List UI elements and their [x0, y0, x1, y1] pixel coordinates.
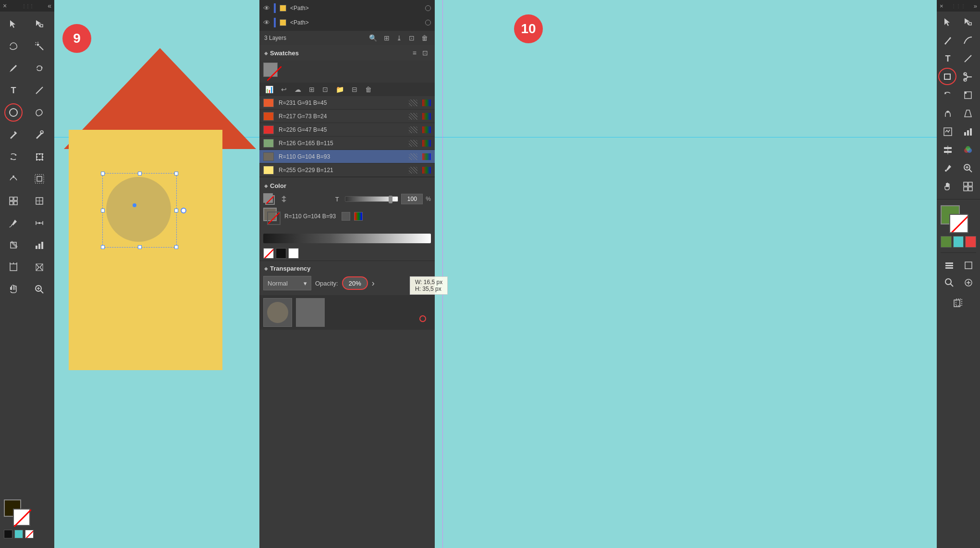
- stroke-btn[interactable]: [265, 195, 275, 205]
- rotate-view-tool[interactable]: [28, 58, 51, 79]
- right-pen-tool[interactable]: [939, 32, 957, 49]
- width-tool[interactable]: [28, 168, 51, 189]
- right-panel-close[interactable]: ×: [940, 2, 943, 10]
- artboard-tool[interactable]: [2, 257, 25, 278]
- gradient-strip[interactable]: [263, 234, 431, 243]
- right-curvature-tool[interactable]: [959, 32, 977, 49]
- color-picker-btn[interactable]: [354, 212, 363, 221]
- slider-thumb[interactable]: [389, 196, 392, 203]
- right-undo-tool[interactable]: [939, 87, 957, 104]
- color-preview-bg[interactable]: [267, 212, 281, 225]
- cyan-swatch-small[interactable]: [14, 530, 23, 538]
- layers-merge-btn[interactable]: ⤓: [394, 33, 404, 43]
- swatches-list-btn-6[interactable]: 📁: [334, 85, 346, 94]
- bottom-black-swatch[interactable]: [276, 248, 286, 259]
- right-search-btn[interactable]: [941, 275, 958, 290]
- black-swatch-small[interactable]: [4, 530, 12, 538]
- right-chart-tool[interactable]: [959, 123, 977, 140]
- type-tool[interactable]: T: [2, 80, 25, 101]
- right-scissors-tool[interactable]: [959, 68, 977, 86]
- right-puppet-warp-tool[interactable]: [939, 105, 957, 122]
- slice-tool[interactable]: [28, 257, 51, 278]
- swatch-row-1[interactable]: R=231 G=91 B=45: [259, 96, 435, 110]
- eyedropper-tool[interactable]: [2, 212, 25, 234]
- handle-mr[interactable]: [174, 209, 178, 212]
- square-thumbnail[interactable]: [296, 298, 325, 327]
- handle-tl[interactable]: [101, 172, 105, 175]
- swatch-row-2[interactable]: R=217 G=73 B=24: [259, 110, 435, 123]
- right-zoom-tool[interactable]: [959, 160, 977, 177]
- layer-eye-1[interactable]: 👁: [263, 4, 270, 12]
- opacity-value-box[interactable]: 20%: [342, 276, 368, 290]
- swatch-row-4[interactable]: R=126 G=165 B=115: [259, 137, 435, 150]
- handle-tr[interactable]: [174, 172, 178, 175]
- right-transform-tool[interactable]: [959, 87, 977, 104]
- slash-swatch-small[interactable]: [25, 530, 34, 538]
- swatch-row-3[interactable]: R=226 G=47 B=45: [259, 123, 435, 137]
- line-segment-tool[interactable]: [28, 80, 51, 101]
- layers-search-btn[interactable]: 🔍: [367, 33, 379, 43]
- layers-new-layer-btn[interactable]: ⊞: [382, 33, 392, 43]
- swatches-list-btn-8[interactable]: 🗑: [363, 85, 374, 94]
- bottom-slash-swatch[interactable]: [263, 248, 274, 259]
- rotate-tool[interactable]: [2, 146, 25, 167]
- reshape-tool[interactable]: [28, 124, 51, 145]
- right-hand-tool[interactable]: [939, 178, 957, 195]
- right-rectangle-tool[interactable]: [939, 68, 957, 86]
- select-tool[interactable]: [2, 13, 25, 35]
- right-copy-grid-tool[interactable]: [959, 178, 977, 195]
- right-red-swatch[interactable]: [965, 236, 976, 248]
- blob-brush-tool[interactable]: [28, 102, 51, 123]
- swatches-list-btn-5[interactable]: ⊡: [320, 85, 330, 94]
- right-type-tool[interactable]: T: [939, 50, 957, 67]
- ellipse-tool[interactable]: [2, 102, 25, 123]
- direct-select-tool[interactable]: [28, 13, 51, 35]
- right-sort-btn[interactable]: [960, 275, 977, 290]
- circle-thumbnail[interactable]: [263, 298, 292, 327]
- pencil-tool[interactable]: [2, 124, 25, 145]
- handle-ml[interactable]: [101, 209, 105, 212]
- perspective-grid-tool[interactable]: [2, 190, 25, 212]
- warp-tool[interactable]: [2, 168, 25, 189]
- right-layers-btn[interactable]: [941, 258, 958, 273]
- magic-wand-tool[interactable]: [28, 36, 51, 57]
- right-cyan-swatch[interactable]: [953, 236, 964, 248]
- color-arrows-btn[interactable]: [280, 195, 332, 203]
- background-swatch[interactable]: [13, 509, 30, 526]
- right-panel-collapse[interactable]: »: [974, 2, 977, 10]
- right-align-tool[interactable]: [939, 141, 957, 159]
- right-color-guide-tool[interactable]: [959, 141, 977, 159]
- live-paint-bucket-tool[interactable]: [2, 235, 25, 256]
- layer-target-1[interactable]: [425, 5, 431, 11]
- swatch-row-5[interactable]: R=110 G=104 B=93: [259, 150, 435, 163]
- opacity-value-display[interactable]: 100: [401, 194, 423, 204]
- zoom-tool-left[interactable]: [28, 279, 51, 300]
- opacity-arrow-btn[interactable]: ›: [372, 278, 375, 288]
- mesh-tool[interactable]: [28, 190, 51, 212]
- swatches-list-btn-3[interactable]: ☁: [293, 85, 303, 94]
- right-image-trace-tool[interactable]: [939, 123, 957, 140]
- left-toolbox-close[interactable]: ×: [3, 2, 7, 10]
- right-copy-artboard-btn[interactable]: [941, 295, 975, 311]
- layer-eye-2[interactable]: 👁: [263, 19, 270, 26]
- handle-br[interactable]: [174, 245, 178, 249]
- handle-tm[interactable]: [138, 172, 142, 175]
- right-green-swatch[interactable]: [941, 236, 952, 248]
- swatches-list-btn-1[interactable]: 📊: [263, 85, 275, 94]
- layer-target-2[interactable]: [425, 20, 431, 25]
- resize-handle-right[interactable]: [181, 208, 186, 213]
- blend-mode-dropdown[interactable]: Normal ▾: [263, 276, 311, 290]
- hand-tool[interactable]: [2, 279, 25, 300]
- swatches-list-btn-2[interactable]: ↩: [279, 85, 289, 94]
- layer-row-2[interactable]: 👁 <Path>: [259, 15, 435, 30]
- swatches-menu-btn[interactable]: ≡: [411, 48, 418, 58]
- right-artboards-btn[interactable]: [960, 258, 977, 273]
- measure-tool[interactable]: [28, 212, 51, 234]
- swatch-row-6[interactable]: R=255 G=229 B=121: [259, 163, 435, 177]
- layer-row-1[interactable]: 👁 <Path>: [259, 1, 435, 15]
- swatches-list-btn-7[interactable]: ⊟: [350, 85, 359, 94]
- color-small-preview[interactable]: [342, 212, 350, 221]
- layers-options-btn[interactable]: ⊡: [407, 33, 416, 43]
- right-bg-swatch[interactable]: [949, 214, 968, 233]
- paintbrush-tool[interactable]: [2, 58, 25, 79]
